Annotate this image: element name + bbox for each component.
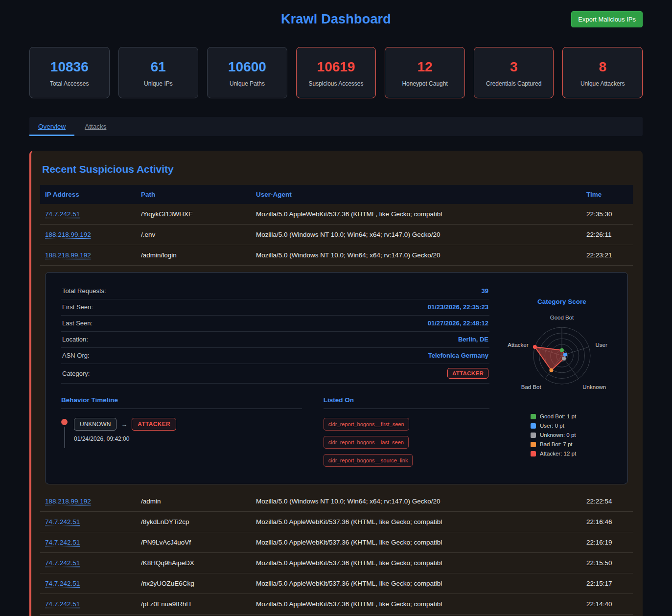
table-row[interactable]: 188.218.99.192/admin/loginMozilla/5.0 (W…	[40, 245, 633, 266]
path-cell: /PN9LvAcJ4uoVf	[136, 532, 251, 553]
timeline-dot-icon	[61, 419, 68, 425]
col-header-path: Path	[136, 185, 251, 204]
stat-label: Unique Attackers	[566, 80, 639, 87]
stat-card-suspicious-accesses: 10619Suspicious Accesses	[296, 47, 376, 98]
ip-link[interactable]: 74.7.242.51	[45, 518, 80, 525]
time-cell: 22:35:30	[581, 204, 633, 225]
stat-card-credentials-captured: 3Credentials Captured	[474, 47, 554, 98]
listed-on-badge-cidr-report-bogons-source-link[interactable]: cidr_report_bogons__source_link	[324, 454, 413, 467]
tab-bar: OverviewAttacks	[29, 117, 643, 136]
radar-chart-title: Category Score	[505, 298, 619, 305]
listed-on-badge-cidr-report-bogons-first-seen[interactable]: cidr_report_bogons__first_seen	[324, 418, 409, 431]
listed-on-section: Listed On cidr_report_bogons__first_seen…	[324, 396, 489, 472]
stat-label: Unique IPs	[122, 80, 195, 87]
stats-row: 10836Total Accesses61Unique IPs10600Uniq…	[29, 47, 643, 98]
stat-label: Credentials Captured	[477, 80, 551, 87]
stat-label: Suspicious Accesses	[300, 80, 373, 87]
col-header-user-agent: User-Agent	[251, 185, 581, 204]
stat-card-total-accesses: 10836Total Accesses	[29, 47, 110, 98]
listed-on-badge-cidr-report-bogons-last-seen[interactable]: cidr_report_bogons__last_seen	[324, 436, 409, 449]
ip-cell: 188.218.99.192	[40, 225, 136, 245]
ip-link[interactable]: 74.7.242.51	[45, 539, 80, 546]
legend-label: Good Bot: 1 pt	[540, 413, 576, 419]
ip-link[interactable]: 74.7.242.51	[45, 210, 80, 218]
export-malicious-ips-button[interactable]: Export Malicious IPs	[571, 11, 643, 27]
table-row[interactable]: 74.7.242.51/K8HQq9hAipeDXMozilla/5.0 App…	[40, 553, 633, 573]
ip-link[interactable]: 188.218.99.192	[45, 231, 91, 238]
detail-field-label: ASN Org:	[62, 352, 90, 359]
stat-value: 61	[122, 59, 195, 75]
ip-cell: 188.218.99.192	[40, 491, 136, 512]
detail-bottom-sections: Behavior Timeline	[61, 396, 489, 472]
tab-attacks[interactable]: Attacks	[74, 117, 116, 136]
user-agent-cell: Mozilla/5.0 AppleWebKit/537.36 (KHTML, l…	[251, 532, 581, 553]
dashboard-page: Krawl Dashboard Export Malicious IPs 108…	[29, 0, 643, 616]
detail-field-label: Total Requests:	[62, 287, 106, 295]
table-row[interactable]: 74.7.242.51/8ykdLnDYTi2cpMozilla/5.0 App…	[40, 512, 633, 532]
ip-cell: 74.7.242.51	[40, 512, 136, 532]
user-agent-cell: Mozilla/5.0 AppleWebKit/537.36 (KHTML, l…	[251, 573, 581, 594]
col-header-time: Time	[581, 185, 633, 204]
legend-swatch	[531, 433, 536, 438]
path-cell: /pLz0Fnua9fRhH	[136, 594, 251, 615]
ip-link[interactable]: 74.7.242.51	[45, 559, 80, 567]
ip-detail-card: Total Requests:39First Seen:01/23/2026, …	[45, 272, 628, 484]
detail-field-label: Last Seen:	[62, 319, 93, 327]
timeline-to-badge: ATTACKER	[132, 418, 176, 431]
table-row[interactable]: 74.7.242.51/PN9LvAcJ4uoVfMozilla/5.0 App…	[40, 532, 633, 553]
stat-value: 10619	[300, 59, 373, 75]
tab-overview[interactable]: Overview	[29, 117, 74, 136]
legend-swatch	[531, 442, 536, 447]
detail-field-row-category: Category: ATTACKER	[61, 364, 489, 384]
recent-suspicious-activity-panel: Recent Suspicious Activity IP Address Pa…	[29, 151, 643, 616]
user-agent-cell: Mozilla/5.0 AppleWebKit/537.36 (KHTML, l…	[251, 204, 581, 225]
user-agent-cell: Mozilla/5.0 (Windows NT 10.0; Win64; x64…	[251, 245, 581, 266]
detail-field-value: 01/27/2026, 22:48:12	[428, 319, 488, 327]
detail-field-value: 39	[482, 287, 488, 295]
table-row[interactable]: 74.7.242.51/G3Lme9ShEQgXKZMozilla/5.0 Ap…	[40, 615, 633, 616]
detail-field-value: Berlin, DE	[458, 336, 488, 343]
time-cell: 22:14:40	[581, 594, 633, 615]
header: Krawl Dashboard Export Malicious IPs	[29, 0, 643, 35]
timeline-event: UNKNOWN → ATTACKER 01/24/2026, 09:42:00	[61, 418, 302, 448]
user-agent-cell: Mozilla/5.0 AppleWebKit/537.36 (KHTML, l…	[251, 512, 581, 532]
stat-value: 10836	[33, 59, 106, 75]
legend-item-bad-bot: Bad Bot: 7 pt	[531, 441, 619, 447]
svg-text:User: User	[595, 342, 607, 348]
legend-label: Attacker: 12 pt	[540, 451, 576, 456]
stat-card-unique-attackers: 8Unique Attackers	[562, 47, 643, 98]
detail-field-row-location: Location:Berlin, DE	[61, 332, 489, 348]
ip-cell: 74.7.242.51	[40, 532, 136, 553]
ip-link[interactable]: 188.218.99.192	[45, 498, 91, 505]
table-row[interactable]: 74.7.242.51/pLz0Fnua9fRhHMozilla/5.0 App…	[40, 594, 633, 615]
svg-text:Bad Bot: Bad Bot	[521, 384, 542, 390]
user-agent-cell: Mozilla/5.0 AppleWebKit/537.36 (KHTML, l…	[251, 615, 581, 616]
legend-swatch	[531, 414, 536, 419]
stat-value: 8	[566, 59, 639, 75]
path-cell: /G3Lme9ShEQgXKZ	[136, 615, 251, 616]
detail-field-value: 01/23/2026, 22:35:23	[428, 303, 488, 311]
detail-field-row-total-requests: Total Requests:39	[61, 283, 489, 299]
ip-link[interactable]: 188.218.99.192	[45, 251, 91, 259]
behavior-timeline-section: Behavior Timeline	[61, 396, 302, 472]
listed-on-title: Listed On	[324, 396, 489, 404]
timeline-from-badge: UNKNOWN	[74, 418, 116, 431]
table-row[interactable]: 74.7.242.51/nx2yUOZuE6CkgMozilla/5.0 App…	[40, 573, 633, 594]
detail-field-value: Telefonica Germany	[428, 352, 488, 359]
listed-on-badges: cidr_report_bogons__first_seencidr_repor…	[324, 418, 489, 472]
detail-field-label: Location:	[62, 336, 88, 343]
arrow-right-icon: →	[121, 421, 127, 428]
table-row[interactable]: 74.7.242.51/YiqykGI13WHXEMozilla/5.0 App…	[40, 204, 633, 225]
timeline-date: 01/24/2026, 09:42:00	[74, 435, 176, 442]
table-row[interactable]: 188.218.99.192/adminMozilla/5.0 (Windows…	[40, 491, 633, 512]
category-score-column: Category Score Good BotUserUnknownBad Bo…	[505, 283, 619, 472]
ip-link[interactable]: 74.7.242.51	[45, 600, 80, 608]
detail-field-row-first-seen: First Seen:01/23/2026, 22:35:23	[61, 299, 489, 316]
table-row[interactable]: 188.218.99.192/.envMozilla/5.0 (Windows …	[40, 225, 633, 245]
time-cell: 22:16:19	[581, 532, 633, 553]
page-title: Krawl Dashboard	[29, 12, 643, 27]
time-cell: 22:15:50	[581, 553, 633, 573]
ip-link[interactable]: 74.7.242.51	[45, 580, 80, 587]
ip-cell: 74.7.242.51	[40, 573, 136, 594]
stat-card-honeypot-caught: 12Honeypot Caught	[385, 47, 465, 98]
